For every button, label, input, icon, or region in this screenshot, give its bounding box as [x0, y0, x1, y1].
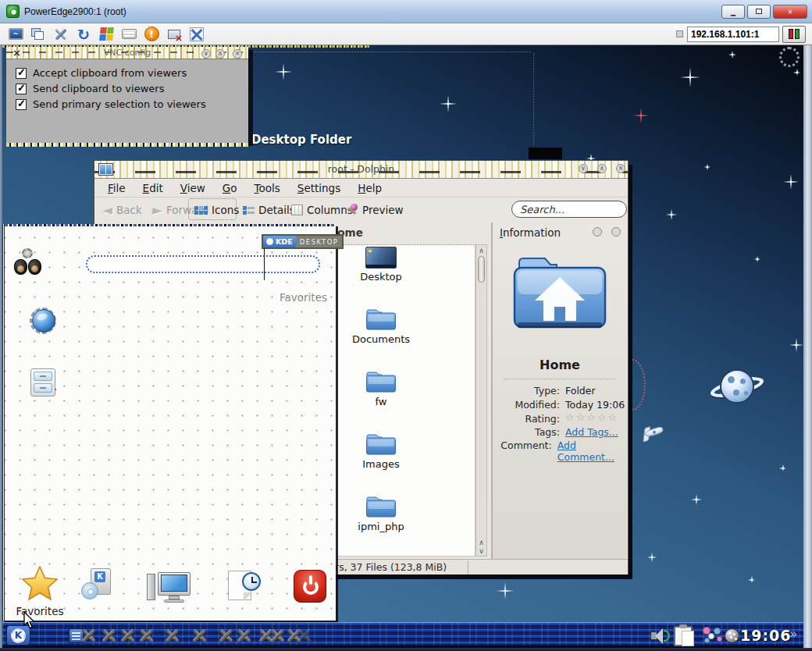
menu-settings[interactable]: Settings: [292, 180, 346, 196]
file-view-scrollbar[interactable]: ∧ ∧ ∨: [475, 244, 487, 557]
dialog-minimize-icon[interactable]: ∨: [201, 49, 211, 59]
details-view-button[interactable]: Details: [243, 200, 295, 220]
power-leave-icon: [294, 570, 326, 603]
mouse-cursor: [23, 612, 36, 629]
file-item-ipmi-php[interactable]: ipmi_php: [326, 494, 436, 532]
task-button-icon[interactable]: [218, 627, 234, 645]
remote-desktop[interactable]: Desktop Folder × VNC config ∨ ∧ × Accept…: [2, 45, 803, 648]
task-button-icon[interactable]: [138, 627, 155, 645]
info-row-modified: Modified: Today 19:06: [493, 399, 627, 411]
menu-tools[interactable]: Tools: [249, 180, 286, 196]
file-drawer-icon[interactable]: [30, 368, 55, 397]
search-binoculars-icon: [14, 248, 42, 278]
dolphin-search-input[interactable]: [511, 201, 627, 218]
panel-close-icon[interactable]: [611, 227, 621, 237]
new-window-icon[interactable]: [29, 26, 48, 43]
task-button-icon[interactable]: [236, 627, 252, 645]
minimize-button[interactable]: ▁: [721, 5, 745, 19]
star-sparkle: [789, 338, 803, 352]
menu-go[interactable]: Go: [217, 180, 243, 196]
launcher-search-input[interactable]: [86, 255, 320, 273]
task-button-icon[interactable]: [80, 627, 97, 645]
klipper-clipboard-icon[interactable]: [674, 626, 693, 646]
preview-button[interactable]: Preview: [346, 200, 404, 220]
forward-arrow-icon: ►: [152, 202, 162, 218]
menu-edit[interactable]: Edit: [137, 180, 169, 196]
task-button-icon[interactable]: [296, 627, 312, 645]
dialog-close-icon[interactable]: ×: [233, 49, 242, 59]
tab-recently-used[interactable]: [226, 571, 262, 603]
dialog-title: VNC config: [6, 48, 248, 58]
columns-view-button[interactable]: Columns: [291, 200, 353, 220]
send-primary-selection-checkbox[interactable]: [16, 99, 27, 110]
dialog-maximize-icon[interactable]: ∧: [215, 49, 225, 59]
connection-info-icon[interactable]: ~: [6, 26, 25, 43]
tab-favorites[interactable]: Favorites: [12, 566, 67, 617]
file-item-documents[interactable]: Documents: [326, 307, 436, 345]
vnc-config-dialog[interactable]: × VNC config ∨ ∧ × Accept clipboard from…: [6, 47, 248, 143]
checkbox-row: Send primary selection to viewers: [16, 98, 206, 110]
vnc-titlebar[interactable]: PowerEdge2900:1 (root) ▁ ✕: [0, 0, 812, 23]
connection-status-button[interactable]: [782, 26, 806, 43]
add-comment-link[interactable]: Add Comment...: [557, 439, 627, 463]
menu-view[interactable]: View: [175, 180, 211, 196]
task-button-icon[interactable]: [101, 627, 117, 645]
send-clipboard-checkbox[interactable]: [16, 84, 27, 94]
panel-hide-chevron-icon[interactable]: »: [789, 626, 797, 642]
icons-view-button[interactable]: Icons: [194, 200, 239, 220]
tray-app-icon[interactable]: [702, 626, 724, 646]
task-button-icon[interactable]: [119, 627, 136, 645]
window-bottom-border: [0, 648, 812, 651]
kde-panel: K: [2, 622, 803, 648]
fullscreen-icon[interactable]: [187, 26, 206, 43]
panel-config-icon[interactable]: [593, 227, 602, 237]
tab-leave[interactable]: [294, 570, 326, 603]
star-sparkle: [728, 51, 736, 59]
accept-clipboard-checkbox[interactable]: [16, 68, 27, 79]
dolphin-title: root - Dolphin: [94, 163, 628, 175]
network-globe-icon[interactable]: [28, 306, 59, 336]
dolphin-minimize-icon[interactable]: ∨: [579, 164, 588, 173]
disconnect-icon[interactable]: ×: [165, 26, 183, 43]
info-row-tags: Tags: Add Tags...: [493, 426, 627, 438]
panel-clock[interactable]: 19:06: [740, 627, 789, 644]
planet-illustration: [710, 367, 766, 407]
close-button[interactable]: ✕: [773, 5, 807, 19]
back-button[interactable]: ◄ Back: [102, 200, 142, 220]
rating-stars[interactable]: ☆☆☆☆☆: [565, 411, 618, 425]
keyboard-icon[interactable]: [119, 26, 138, 43]
divider: [504, 379, 616, 379]
star-sparkle: [275, 63, 292, 80]
scroll-up-icon[interactable]: ∧: [476, 539, 486, 546]
vnc-address-input[interactable]: [687, 27, 779, 42]
file-item-images[interactable]: Images: [326, 432, 436, 470]
red-star-sparkle: [633, 108, 649, 123]
maximize-button[interactable]: [747, 5, 771, 19]
file-item-fw[interactable]: fw: [326, 369, 436, 407]
window-right-scrollbar[interactable]: [803, 45, 812, 648]
dolphin-maximize-icon[interactable]: ∧: [597, 164, 607, 173]
file-item-desktop[interactable]: Desktop: [326, 247, 436, 283]
scroll-up-icon[interactable]: ∧: [476, 247, 486, 254]
tab-applications[interactable]: K: [81, 568, 116, 601]
tab-computer[interactable]: [147, 572, 191, 603]
task-button-icon[interactable]: [164, 627, 180, 645]
tray-globe-icon[interactable]: [725, 628, 739, 643]
ctrl-alt-del-icon[interactable]: [97, 26, 116, 43]
plasma-cashew-icon[interactable]: [779, 47, 800, 67]
kickoff-launcher[interactable]: KDE DESKTOP Favorites: [2, 224, 336, 621]
scroll-slider[interactable]: [478, 256, 485, 283]
dolphin-close-icon[interactable]: ×: [616, 164, 625, 173]
volume-icon[interactable]: [651, 627, 670, 645]
refresh-screen-icon[interactable]: ↻: [74, 26, 93, 43]
menu-help[interactable]: Help: [352, 180, 387, 196]
checkbox-label: Send primary selection to viewers: [33, 98, 206, 110]
desktop-folder-title: Desktop Folder: [251, 133, 351, 147]
task-button-icon[interactable]: [269, 627, 286, 645]
menu-file[interactable]: File: [102, 180, 131, 196]
alert-icon[interactable]: !: [142, 26, 161, 43]
task-button-icon[interactable]: [191, 627, 208, 645]
connection-options-icon[interactable]: [52, 26, 70, 43]
add-tags-link[interactable]: Add Tags...: [565, 426, 618, 438]
scroll-down-icon[interactable]: ∨: [476, 547, 486, 555]
